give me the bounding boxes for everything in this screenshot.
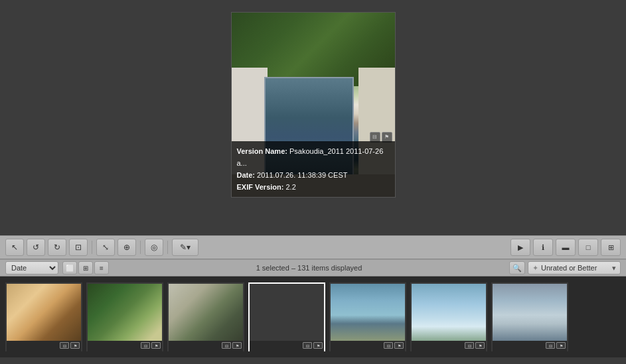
thumbnail-4[interactable]: ⊟ ⚑: [248, 282, 325, 351]
thumb-icons-7: ⊟ ⚑: [546, 342, 566, 349]
toolbar-right: ▶ ℹ ▬ □ ⊞: [510, 239, 621, 256]
thumb-img-1: [7, 284, 81, 341]
single-view-button[interactable]: □: [578, 239, 598, 256]
thumb-label-4: ⊟ ⚑: [250, 341, 324, 353]
thumbnail-2[interactable]: ⊟ ⚑: [86, 282, 163, 351]
select-tool-button[interactable]: ↖: [5, 239, 24, 256]
version-name-label: Version Name:: [237, 147, 287, 155]
sort-select[interactable]: Date Rating Name File Size: [5, 261, 58, 274]
rating-filter-label: Unrated or Better: [541, 264, 597, 272]
unknown-tool-button[interactable]: ⊡: [69, 239, 88, 256]
thumb-video-icon-5: ⊟: [384, 342, 393, 349]
main-viewer: ⊟ ⚑ Version Name: Psakoudia_2011 2011-07…: [0, 0, 626, 235]
search-icon-button[interactable]: 🔍: [509, 261, 525, 274]
thumb-video-icon-2: ⊟: [141, 342, 150, 349]
filmstrip-button[interactable]: ▬: [556, 239, 576, 256]
main-photo[interactable]: ⊟ ⚑ Version Name: Psakoudia_2011 2011-07…: [231, 12, 396, 198]
list-view-toggle[interactable]: ≡: [94, 261, 109, 274]
date-line: Date: 2011.07.26. 11:38:39 CEST: [237, 169, 390, 181]
thumb-flag-icon-2: ⚑: [151, 342, 161, 349]
thumb-flag-icon-4: ⚑: [313, 342, 323, 349]
rating-star-icon: ✦: [532, 264, 538, 273]
photo-info-overlay: Version Name: Psakoudia_2011 2011-07-26 …: [232, 141, 395, 197]
exif-line: EXIF Version: 2.2: [237, 181, 390, 193]
grid-view-button[interactable]: ⊞: [601, 239, 621, 256]
thumb-img-7: [493, 284, 567, 341]
search-area: 🔍 ✦ Unrated or Better ▾: [509, 261, 621, 274]
photo-container: ⊟ ⚑ Version Name: Psakoudia_2011 2011-07…: [231, 12, 396, 224]
thumb-flag-icon-6: ⚑: [475, 342, 485, 349]
thumb-icons-3: ⊟ ⚑: [222, 342, 242, 349]
toolbar-separator-3: [167, 241, 168, 254]
thumb-flag-icon-5: ⚑: [394, 342, 404, 349]
date-value: 2011.07.26. 11:38:39 CEST: [257, 171, 347, 179]
toolbar-separator-1: [92, 241, 92, 254]
retouch-button[interactable]: ◎: [145, 239, 163, 256]
single-view-toggle[interactable]: ⬜: [62, 261, 77, 274]
thumb-label-5: ⊟ ⚑: [331, 341, 405, 353]
grid-view-toggle[interactable]: ⊞: [78, 261, 93, 274]
date-label: Date:: [237, 171, 256, 179]
thumb-icons-6: ⊟ ⚑: [465, 342, 485, 349]
thumb-label-1: ⊟ ⚑: [7, 341, 81, 353]
thumbnail-7[interactable]: ⊟ ⚑: [491, 282, 568, 351]
thumbnail-1[interactable]: ⊟ ⚑: [5, 282, 82, 351]
thumb-label-7: ⊟ ⚑: [493, 341, 567, 353]
rating-filter[interactable]: ✦ Unrated or Better ▾: [528, 261, 621, 274]
thumbnail-3[interactable]: ⊟ ⚑: [167, 282, 244, 351]
exif-label: EXIF Version:: [237, 183, 284, 191]
video-button[interactable]: ▶: [510, 239, 530, 256]
thumb-img-5: [331, 284, 405, 341]
thumb-label-6: ⊟ ⚑: [412, 341, 486, 353]
thumb-img-2: [88, 284, 162, 341]
exif-value: 2.2: [285, 183, 295, 191]
straighten-button[interactable]: ⊕: [117, 239, 136, 256]
thumb-flag-icon-1: ⚑: [70, 342, 80, 349]
crop-button[interactable]: ⤡: [96, 239, 115, 256]
thumb-video-icon-7: ⊟: [546, 342, 555, 349]
metadata-button[interactable]: ℹ: [533, 239, 553, 256]
thumb-icons-4: ⊟ ⚑: [303, 342, 323, 349]
thumb-video-icon-4: ⊟: [303, 342, 312, 349]
rating-dropdown-icon: ▾: [612, 264, 616, 273]
thumb-video-icon-3: ⊟: [222, 342, 231, 349]
rotate-right-button[interactable]: ↻: [48, 239, 66, 256]
view-toggle-group: ⬜ ⊞ ≡: [62, 261, 109, 274]
thumb-label-3: ⊟ ⚑: [169, 341, 243, 353]
thumb-video-icon-1: ⊟: [60, 342, 69, 349]
bottom-bar: Date Rating Name File Size ⬜ ⊞ ≡ 1 selec…: [0, 259, 626, 276]
thumb-flag-icon-7: ⚑: [556, 342, 566, 349]
thumb-label-2: ⊟ ⚑: [88, 341, 162, 353]
thumb-img-6: [412, 284, 486, 341]
thumb-icons-1: ⊟ ⚑: [60, 342, 80, 349]
thumb-img-4: [250, 284, 324, 341]
thumb-flag-icon-3: ⚑: [232, 342, 242, 349]
thumbnail-6[interactable]: ⊟ ⚑: [410, 282, 487, 351]
toolbar-separator-2: [140, 241, 141, 254]
thumb-icons-2: ⊟ ⚑: [141, 342, 161, 349]
status-text: 1 selected – 131 items displayed: [113, 264, 505, 272]
toolbar: ↖ ↺ ↻ ⊡ ⤡ ⊕ ◎ ✎▾ ▶ ℹ ▬ □ ⊞: [0, 235, 626, 259]
version-name-line: Version Name: Psakoudia_2011 2011-07-26 …: [237, 145, 390, 169]
thumbnail-5[interactable]: ⊟ ⚑: [329, 282, 406, 351]
thumb-icons-5: ⊟ ⚑: [384, 342, 404, 349]
filmstrip: ⊟ ⚑ ⊟ ⚑ ⊟ ⚑: [0, 276, 626, 357]
thumb-img-3: [169, 284, 243, 341]
thumb-video-icon-6: ⊟: [465, 342, 474, 349]
brush-button[interactable]: ✎▾: [172, 239, 198, 256]
rotate-left-button[interactable]: ↺: [27, 239, 45, 256]
